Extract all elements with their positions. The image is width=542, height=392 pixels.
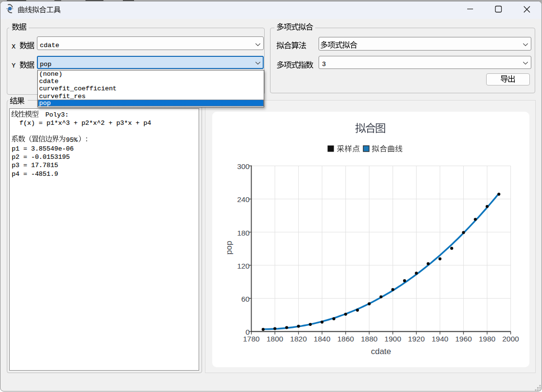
svg-text:1840: 1840 <box>314 335 331 343</box>
svg-text:1780: 1780 <box>243 335 260 343</box>
svg-text:1980: 1980 <box>479 335 496 343</box>
svg-text:1960: 1960 <box>455 335 472 343</box>
svg-text:240: 240 <box>237 195 250 204</box>
svg-text:1860: 1860 <box>337 335 354 343</box>
svg-text:60: 60 <box>241 295 250 303</box>
svg-text:180: 180 <box>237 229 250 237</box>
svg-text:2000: 2000 <box>502 335 519 343</box>
svg-text:1880: 1880 <box>361 335 378 343</box>
svg-text:1800: 1800 <box>267 335 284 343</box>
svg-text:1940: 1940 <box>432 335 449 343</box>
svg-text:1820: 1820 <box>290 335 307 343</box>
svg-text:pop: pop <box>224 241 234 255</box>
svg-text:1920: 1920 <box>408 335 425 343</box>
svg-text:1900: 1900 <box>385 335 402 343</box>
svg-text:300: 300 <box>237 162 250 170</box>
svg-text:cdate: cdate <box>371 347 391 356</box>
svg-text:120: 120 <box>237 262 250 270</box>
